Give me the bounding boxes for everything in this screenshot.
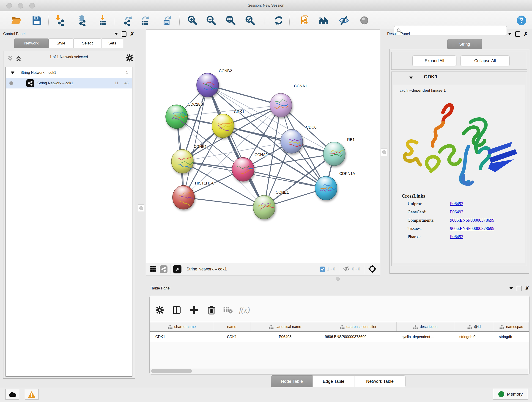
table-cell[interactable]: P06493 <box>250 332 320 342</box>
birdseye-view-icon[interactable] <box>173 265 181 274</box>
center-view-crosshair-icon[interactable] <box>368 264 377 274</box>
collection-expand-icon[interactable] <box>11 71 14 74</box>
column-header-name[interactable]: name <box>213 322 250 332</box>
import-table-icon[interactable] <box>96 14 109 26</box>
import-network-database-icon[interactable] <box>75 14 88 26</box>
hide-selected-icon[interactable] <box>337 14 350 26</box>
refresh-icon[interactable] <box>272 14 285 26</box>
table-header-row[interactable]: shared namenamecanonical namedatabase id… <box>150 322 529 332</box>
warnings-button[interactable] <box>25 389 38 400</box>
delete-column-icon[interactable] <box>205 303 218 318</box>
table-cell[interactable]: cyclin–dependent ... <box>397 332 454 342</box>
add-column-icon[interactable] <box>187 303 201 318</box>
open-session-icon[interactable] <box>10 14 22 26</box>
toolbar-separator <box>114 15 114 26</box>
tab-sets[interactable]: Sets <box>101 38 123 48</box>
tab-network-table[interactable]: Network Table <box>354 375 405 387</box>
zoom-selected-icon[interactable] <box>244 14 256 26</box>
show-columns-icon[interactable] <box>170 303 183 318</box>
network-row-selected[interactable]: String Network – cdk1 11 48 <box>6 78 132 89</box>
network-node-CCNB2[interactable]: CCNB2 <box>196 69 232 97</box>
selected-checkbox-icon[interactable] <box>320 267 325 272</box>
table-hscrollbar-thumb[interactable] <box>151 369 192 373</box>
network-canvas[interactable]: CCNB2CCNA1CDC25BCDK1CDC6RB1CCNB1CCNA2CDK… <box>146 29 380 263</box>
column-header-namespac[interactable]: namespac <box>494 322 529 332</box>
node-label-RB1: RB1 <box>347 138 355 142</box>
network-type-icon[interactable] <box>160 265 167 273</box>
results-panel-close-icon[interactable]: ✗ <box>524 32 528 36</box>
control-panel-close-icon[interactable]: ✗ <box>130 32 134 36</box>
horizontal-splitter-handle[interactable] <box>336 277 340 281</box>
left-splitter-handle[interactable] <box>138 204 144 212</box>
tab-edge-table[interactable]: Edge Table <box>312 375 355 387</box>
tab-string[interactable]: String <box>447 39 482 49</box>
table-cell[interactable]: CDK1 <box>213 332 250 342</box>
table-hscrollbar[interactable] <box>150 369 528 374</box>
column-header-canonical-name[interactable]: canonical name <box>250 322 320 332</box>
export-image-icon[interactable] <box>161 14 173 26</box>
hidden-eye-slash-icon[interactable] <box>343 266 350 273</box>
web-export-icon[interactable] <box>299 14 312 26</box>
cloud-icon <box>8 392 16 397</box>
column-header-shared-name[interactable]: shared name <box>150 322 213 332</box>
table-row[interactable]: CDK1CDK1P064939606.ENSP00000378699cyclin… <box>150 332 529 342</box>
network-options-gear-icon[interactable] <box>126 54 134 63</box>
cloud-button[interactable] <box>6 389 19 400</box>
crosslink-compartments-link[interactable]: 9606.ENSP00000378699 <box>450 218 525 223</box>
right-splitter-handle[interactable] <box>381 148 387 156</box>
crosslink-pharos-link[interactable]: P06493 <box>450 234 525 239</box>
collapse-all-button[interactable]: Collapse All <box>461 56 510 66</box>
crosslink-uniprot-link[interactable]: P06493 <box>450 201 525 206</box>
results-panel-collapse-icon[interactable] <box>508 33 512 35</box>
network-collection-row[interactable]: String Network – cdk1 1 <box>6 67 132 78</box>
save-session-icon[interactable] <box>30 14 43 26</box>
crosslink-tissues-link[interactable]: 9606.ENSP00000378699 <box>450 226 525 231</box>
export-network-icon[interactable] <box>121 14 134 26</box>
table-gear-icon[interactable] <box>153 303 166 318</box>
network-node-CDKN1A[interactable]: CDKN1A <box>315 172 355 200</box>
main-toolbar: ? <box>0 11 532 29</box>
zoom-fit-icon[interactable] <box>224 14 237 26</box>
expand-all-button[interactable]: Expand All <box>412 56 456 66</box>
show-all-icon[interactable] <box>358 14 371 26</box>
network-graph[interactable]: CCNB2CCNA1CDC25BCDK1CDC6RB1CCNB1CCNA2CDK… <box>146 30 380 263</box>
column-header-description[interactable]: description <box>397 322 454 332</box>
control-panel-collapse-icon[interactable] <box>114 33 118 35</box>
column-header-database-identifier[interactable]: database identifier <box>320 322 397 332</box>
hidden-count: 0 - 0 <box>352 267 360 272</box>
function-builder-icon[interactable]: f(x) <box>238 303 251 318</box>
tab-network[interactable]: Network <box>14 38 49 48</box>
table-cell[interactable]: 9606.ENSP00000378699 <box>320 332 397 342</box>
table-panel-close-icon[interactable]: ✗ <box>525 286 529 291</box>
gene-collapse-icon[interactable] <box>409 77 413 79</box>
table-cell[interactable]: CDK1 <box>150 332 213 342</box>
grid-view-icon[interactable] <box>150 265 157 273</box>
table-panel-float-icon[interactable] <box>517 286 521 291</box>
network-node-CDK1[interactable]: CDK1 <box>212 109 244 138</box>
network-node-CCNA1[interactable]: CCNA1 <box>270 84 307 117</box>
zoom-in-icon[interactable] <box>186 14 199 26</box>
tab-node-table[interactable]: Node Table <box>271 375 313 387</box>
table-cell[interactable]: stringdb:9... <box>454 332 494 342</box>
tab-select[interactable]: Select <box>73 38 101 48</box>
zoom-out-icon[interactable] <box>205 14 217 26</box>
houses-icon[interactable] <box>317 14 330 26</box>
help-icon[interactable]: ? <box>515 14 528 26</box>
footer-separator <box>170 264 171 274</box>
column-header--id[interactable]: @id <box>454 322 494 332</box>
table-cell[interactable]: stringdb <box>494 332 529 342</box>
delete-table-icon[interactable] <box>221 303 234 318</box>
network-node-HIST1H1A[interactable]: HIST1H1A <box>172 181 214 209</box>
results-panel-float-icon[interactable] <box>515 32 520 37</box>
node-label-CCNA1: CCNA1 <box>294 84 307 88</box>
crosslink-genecard-link[interactable]: P06493 <box>450 210 525 215</box>
network-node-CCNB1[interactable]: CCNB1 <box>171 144 207 173</box>
tab-style[interactable]: Style <box>49 38 73 48</box>
import-network-file-icon[interactable] <box>53 14 66 26</box>
network-node-CDC6[interactable]: CDC6 <box>281 125 317 153</box>
table-panel-collapse-icon[interactable] <box>509 287 513 289</box>
memory-button[interactable]: Memory <box>493 389 528 400</box>
network-node-RB1[interactable]: RB1 <box>323 138 355 166</box>
control-panel-float-icon[interactable] <box>122 32 127 37</box>
export-table-icon[interactable] <box>138 14 151 26</box>
